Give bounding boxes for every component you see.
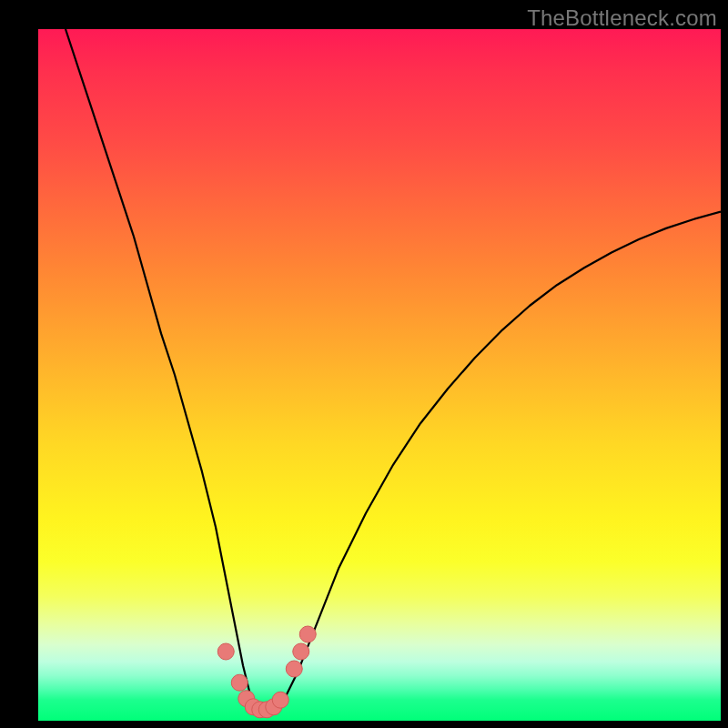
highlight-marker [266, 699, 282, 715]
highlight-marker [231, 674, 248, 691]
highlight-marker [245, 699, 261, 715]
highlight-marker [293, 643, 309, 660]
chart-frame: TheBottleneck.com [0, 0, 728, 728]
highlight-marker [258, 702, 275, 718]
chart-overlay-svg [38, 29, 721, 721]
highlight-marker [299, 626, 316, 642]
bottleneck-curve [66, 29, 721, 715]
chart-plot-area [38, 29, 721, 721]
highlight-marker [217, 643, 234, 660]
highlight-markers [217, 626, 316, 718]
highlight-marker [252, 702, 268, 718]
highlight-marker [272, 692, 288, 708]
highlight-marker [286, 661, 302, 677]
watermark-text: TheBottleneck.com [527, 5, 717, 31]
highlight-marker [238, 691, 255, 707]
